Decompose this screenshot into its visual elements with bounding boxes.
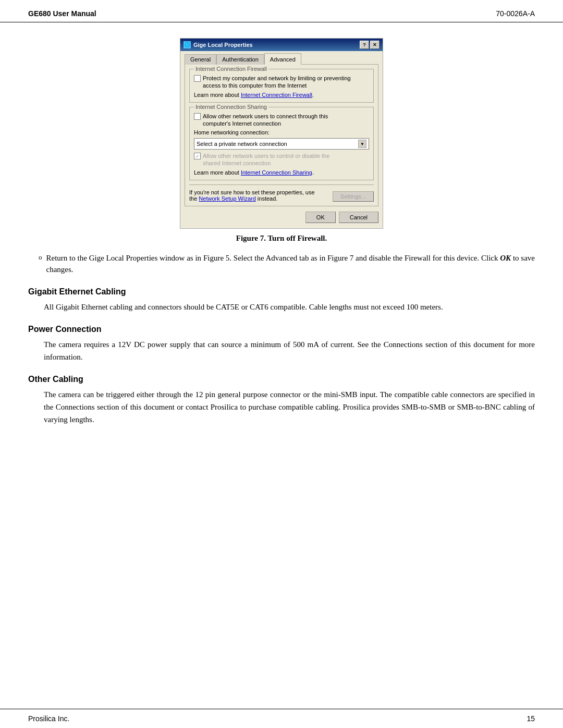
firewall-learn-more: Learn more about Internet Connection Fir…	[194, 92, 369, 98]
footer-right: 15	[527, 714, 535, 723]
figure-container: 🌐 Gige Local Properties ? ✕ General Auth…	[28, 38, 535, 243]
control-checkbox-text: Allow other network users to control or …	[203, 152, 329, 167]
settings-button[interactable]: Settings...	[333, 191, 374, 202]
section-heading-other: Other Cabling	[28, 375, 535, 384]
firewall-checkbox-row: Protect my computer and network by limit…	[194, 75, 369, 90]
help-button[interactable]: ?	[360, 41, 369, 49]
tab-general[interactable]: General	[185, 54, 216, 65]
bottom-section: If you're not sure how to set these prop…	[189, 184, 374, 202]
network-dropdown[interactable]: Select a private network connection ▼	[194, 138, 369, 150]
dialog-body: General Authentication Advanced Internet…	[180, 51, 383, 228]
firewall-checkbox[interactable]	[194, 75, 201, 82]
bullet-item: o Return to the Gige Local Properties wi…	[39, 252, 535, 276]
firewall-group-content: Protect my computer and network by limit…	[194, 75, 369, 98]
sharing-learn-more-link[interactable]: Internet Connection Sharing	[241, 169, 312, 176]
dropdown-row: Select a private network connection ▼	[194, 138, 369, 150]
dialog-title-left: 🌐 Gige Local Properties	[183, 41, 253, 48]
firewall-period: .	[312, 92, 314, 98]
control-checkbox-row: ✓ Allow other network users to control o…	[194, 152, 369, 167]
ok-button[interactable]: OK	[305, 212, 336, 223]
network-setup-wizard-link[interactable]: Network Setup Wizard	[199, 195, 255, 202]
sharing-learn-more-text: Learn more about	[194, 169, 241, 176]
bullet-text: Return to the Gige Local Properties wind…	[46, 252, 535, 276]
home-net-label-row: Home networking connection:	[194, 129, 369, 135]
footer-left: Prosilica Inc.	[28, 714, 69, 723]
section-body-gigabit: All Gigabit Ethernet cabling and connect…	[44, 301, 535, 313]
firewall-group: Internet Connection Firewall Protect my …	[189, 69, 374, 103]
dropdown-arrow-icon: ▼	[358, 140, 366, 148]
section-heading-gigabit: Gigabit Ethernet Cabling	[28, 287, 535, 297]
bullet-circle: o	[39, 253, 42, 262]
tab-content: Internet Connection Firewall Protect my …	[185, 64, 378, 206]
firewall-checkbox-text: Protect my computer and network by limit…	[203, 75, 351, 90]
page-footer: Prosilica Inc. 15	[0, 709, 563, 728]
titlebar-buttons: ? ✕	[360, 41, 380, 49]
control-checkbox[interactable]: ✓	[194, 153, 201, 159]
sharing-group-content: Allow other network users to connect thr…	[194, 113, 369, 176]
page-header: GE680 User Manual 70-0026A-A	[0, 0, 563, 22]
section-body-other: The camera can be triggered either throu…	[44, 388, 535, 426]
firewall-learn-more-link[interactable]: Internet Connection Firewall	[241, 92, 312, 98]
page-content: 🌐 Gige Local Properties ? ✕ General Auth…	[0, 22, 563, 447]
sharing-group-label: Internet Connection Sharing	[194, 104, 268, 110]
firewall-group-label: Internet Connection Firewall	[194, 66, 268, 72]
dialog-titlebar: 🌐 Gige Local Properties ? ✕	[180, 39, 383, 51]
tab-advanced[interactable]: Advanced	[264, 53, 301, 65]
firewall-learn-more-text: Learn more about	[194, 92, 241, 98]
sharing-checkbox[interactable]	[194, 113, 201, 120]
cancel-button[interactable]: Cancel	[339, 212, 378, 223]
figure-caption: Figure 7. Turn off Firewall.	[236, 234, 327, 243]
bullet-section: o Return to the Gige Local Properties wi…	[39, 252, 535, 276]
dialog-title-icon: 🌐	[183, 41, 191, 48]
section-heading-power: Power Connection	[28, 325, 535, 334]
dialog-window: 🌐 Gige Local Properties ? ✕ General Auth…	[180, 38, 383, 229]
sharing-checkbox-text: Allow other network users to connect thr…	[203, 113, 328, 128]
dialog-buttons: OK Cancel	[185, 212, 378, 223]
header-left: GE680 User Manual	[28, 9, 96, 18]
sharing-group: Internet Connection Sharing Allow other …	[189, 107, 374, 180]
tab-authentication[interactable]: Authentication	[216, 54, 264, 65]
close-button[interactable]: ✕	[370, 41, 380, 49]
section-body-power: The camera requires a 12V DC power suppl…	[44, 338, 535, 363]
sharing-learn-more: Learn more about Internet Connection Sha…	[194, 169, 369, 176]
sharing-period: .	[312, 169, 314, 176]
tab-bar: General Authentication Advanced	[185, 54, 378, 65]
sharing-checkbox-row: Allow other network users to connect thr…	[194, 113, 369, 128]
dropdown-value: Select a private network connection	[197, 141, 287, 147]
dialog-title-text: Gige Local Properties	[193, 42, 253, 48]
header-right: 70-0026A-A	[496, 9, 535, 18]
bottom-text: If you're not sure how to set these prop…	[189, 189, 333, 202]
figure-caption-text: Figure 7. Turn off Firewall.	[236, 234, 327, 242]
home-net-label: Home networking connection:	[194, 129, 270, 135]
